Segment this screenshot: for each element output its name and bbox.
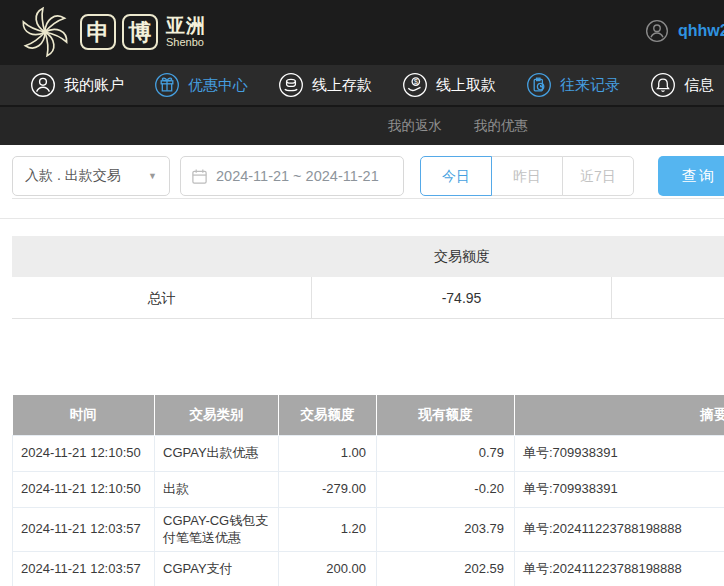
user-icon	[30, 72, 56, 98]
table-row: 2024-11-21 12:10:50 出款 -279.00 -0.20 单号:…	[13, 471, 724, 507]
brand-char-1: 申	[80, 14, 116, 50]
cell-balance: 202.59	[377, 551, 515, 586]
summary-header-row: 交易额度	[12, 236, 724, 277]
cell-amount: 1.00	[279, 435, 377, 471]
main-nav: 我的账户 优惠中心	[0, 65, 724, 107]
transaction-type-select[interactable]: 入款 . 出款交易 ▼	[12, 156, 170, 196]
col-header-type: 交易类别	[155, 395, 279, 435]
cell-balance: 0.79	[377, 435, 515, 471]
cell-amount: 200.00	[279, 551, 377, 586]
sub-nav: 我的返水 我的优惠	[0, 107, 724, 145]
col-header-time: 时间	[13, 395, 155, 435]
col-header-summary: 摘要	[515, 395, 724, 435]
user-avatar-icon	[645, 19, 669, 43]
deposit-icon	[278, 72, 304, 98]
cell-type: 出款	[155, 471, 279, 507]
user-account[interactable]: qhhw2	[645, 19, 724, 43]
cell-type: CGPAY-CG钱包支付笔笔送优惠	[155, 507, 279, 551]
transaction-type-value: 入款 . 出款交易	[25, 167, 121, 185]
gift-icon	[154, 72, 180, 98]
cell-type: CGPAY支付	[155, 551, 279, 586]
yesterday-button[interactable]: 昨日	[491, 156, 563, 196]
cell-time: 2024-11-21 12:10:50	[13, 471, 155, 507]
cell-type: CGPAY出款优惠	[155, 435, 279, 471]
divider	[12, 198, 724, 199]
withdraw-icon: $	[402, 72, 428, 98]
table-header-row: 时间 交易类别 交易额度 现有额度 摘要	[13, 395, 724, 435]
cell-summary: 单号:202411223788198888	[515, 551, 724, 586]
table-row: 2024-11-21 12:03:57 CGPAY支付 200.00 202.5…	[13, 551, 724, 586]
subnav-my-promos[interactable]: 我的优惠	[474, 117, 528, 135]
summary-total-value: -74.95	[312, 277, 612, 318]
nav-item-deposit[interactable]: 线上存款	[278, 72, 372, 98]
date-range-value: 2024-11-21 ~ 2024-11-21	[216, 168, 379, 184]
nav-item-promotions[interactable]: 优惠中心	[154, 72, 248, 98]
transactions-table: 时间 交易类别 交易额度 现有额度 摘要 2024-11-21 12:10:50…	[12, 395, 724, 586]
page: 申 博 亚洲 Shenbo qhhw2	[0, 0, 724, 586]
brand-char-2: 博	[122, 14, 158, 50]
summary-empty-cell	[612, 277, 724, 318]
nav-label: 信息	[684, 76, 714, 95]
divider	[0, 218, 724, 219]
cell-time: 2024-11-21 12:03:57	[13, 551, 155, 586]
col-header-balance: 现有额度	[377, 395, 515, 435]
nav-label: 线上存款	[312, 76, 372, 95]
cell-balance: 203.79	[377, 507, 515, 551]
brand-region: 亚洲	[166, 16, 206, 35]
brand-subtitle: Shenbo	[166, 37, 206, 48]
cell-summary: 单号:709938391	[515, 435, 724, 471]
username-text: qhhw2	[678, 22, 724, 40]
nav-label: 我的账户	[64, 76, 124, 95]
cell-amount: 1.20	[279, 507, 377, 551]
cell-summary: 单号:709938391	[515, 471, 724, 507]
records-icon	[526, 72, 552, 98]
nav-item-withdraw[interactable]: $ 线上取款	[402, 72, 496, 98]
quick-date-buttons: 今日 昨日 近7日	[420, 156, 634, 196]
last7days-button[interactable]: 近7日	[562, 156, 634, 196]
nav-label: 线上取款	[436, 76, 496, 95]
bell-icon	[650, 72, 676, 98]
summary-total-row: 总计 -74.95	[12, 277, 724, 319]
brand-logo[interactable]: 申 博 亚洲 Shenbo	[16, 3, 206, 61]
cell-summary: 单号:202411223788198888	[515, 507, 724, 551]
summary-total-label: 总计	[12, 277, 312, 318]
date-range-input[interactable]: 2024-11-21 ~ 2024-11-21	[180, 156, 404, 196]
cell-balance: -0.20	[377, 471, 515, 507]
table-row: 2024-11-21 12:10:50 CGPAY出款优惠 1.00 0.79 …	[13, 435, 724, 471]
search-button[interactable]: 查询	[658, 156, 724, 196]
today-button[interactable]: 今日	[420, 156, 492, 196]
flower-logo-icon	[16, 3, 74, 61]
summary-table: 交易额度 总计 -74.95	[12, 236, 724, 319]
nav-label: 往来记录	[560, 76, 620, 95]
nav-item-my-account[interactable]: 我的账户	[30, 72, 124, 98]
nav-label: 优惠中心	[188, 76, 248, 95]
nav-item-records[interactable]: 往来记录	[526, 72, 620, 98]
calendar-icon	[191, 168, 208, 185]
table-row: 2024-11-21 12:03:57 CGPAY-CG钱包支付笔笔送优惠 1.…	[13, 507, 724, 551]
summary-header-label: 交易额度	[312, 236, 612, 277]
cell-time: 2024-11-21 12:10:50	[13, 435, 155, 471]
cell-time: 2024-11-21 12:03:57	[13, 507, 155, 551]
cell-amount: -279.00	[279, 471, 377, 507]
top-header: 申 博 亚洲 Shenbo qhhw2	[0, 0, 724, 65]
nav-item-messages[interactable]: 信息	[650, 72, 714, 98]
col-header-amount: 交易额度	[279, 395, 377, 435]
chevron-down-icon: ▼	[148, 171, 157, 181]
subnav-my-rebate[interactable]: 我的返水	[388, 117, 442, 135]
